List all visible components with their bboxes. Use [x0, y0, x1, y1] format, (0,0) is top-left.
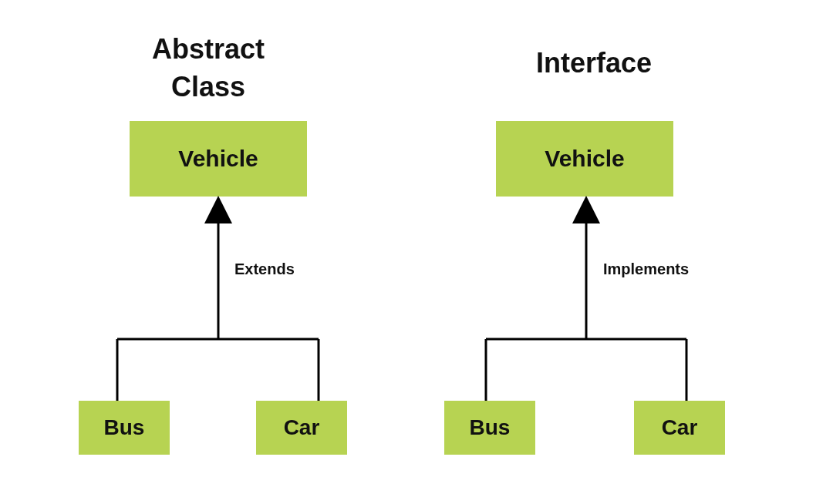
right-child-bus-label: Bus — [470, 415, 511, 440]
right-child-bus: Bus — [444, 401, 535, 455]
right-child-car-label: Car — [662, 415, 698, 440]
right-relation-label: Implements — [603, 260, 689, 278]
right-child-car: Car — [634, 401, 725, 455]
